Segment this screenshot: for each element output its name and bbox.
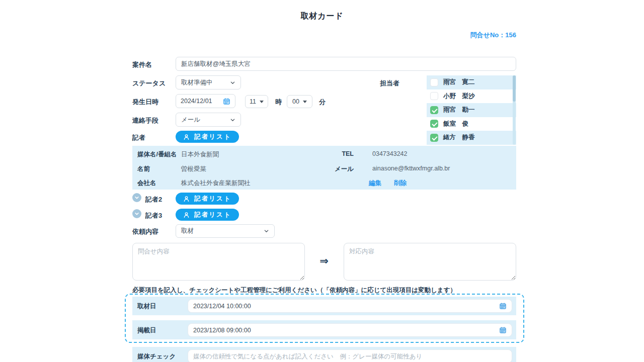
assignee-row[interactable]: 雨宮 寛二 xyxy=(427,75,516,89)
tel-label: TEL xyxy=(330,150,354,157)
reporter2-list-button[interactable]: 記者リスト xyxy=(176,193,239,205)
edit-link[interactable]: 編集 xyxy=(369,179,381,188)
interview-card-page: 取材カード 問合せNo：156 案件名 ステータス 取材準備中 担当者 雨宮 寛… xyxy=(0,0,644,362)
delete-link[interactable]: 削除 xyxy=(394,179,407,188)
occurred-date-input[interactable]: 2024/12/01 xyxy=(176,94,235,108)
media-name-value: 日本外食新聞 xyxy=(181,150,219,159)
assignee-row[interactable]: 飯室 俊 xyxy=(427,117,516,131)
inquiry-content-textarea[interactable] xyxy=(132,243,305,281)
caret-down-icon xyxy=(303,101,307,103)
assignee-name: 小野 梨沙 xyxy=(443,92,475,101)
assignee-row[interactable]: 雨宮 勘一 xyxy=(427,103,516,117)
publish-date-input[interactable]: 2023/12/08 09:00:00 xyxy=(188,323,512,337)
assignee-checkbox[interactable] xyxy=(430,78,438,86)
interview-date-input[interactable]: 2023/12/04 10:00:00 xyxy=(188,299,512,313)
chevron-down-icon xyxy=(264,228,269,234)
chevron-down-icon xyxy=(134,211,139,216)
contact-method-label: 連絡手段 xyxy=(132,116,158,125)
arrow-right-icon: ⇒ xyxy=(317,255,331,267)
publish-date-value: 2023/12/08 09:00:00 xyxy=(193,327,499,334)
publish-date-row: 掲載日 2023/12/08 09:00:00 xyxy=(132,320,516,339)
request-type-value: 取材 xyxy=(181,227,264,235)
request-type-select[interactable]: 取材 xyxy=(176,224,275,238)
caret-down-icon xyxy=(260,101,264,103)
assignee-row[interactable]: 緒方 静香 xyxy=(427,131,516,145)
case-name-label: 案件名 xyxy=(132,60,152,69)
person-icon xyxy=(183,212,190,218)
chevron-down-icon xyxy=(230,80,235,85)
interview-date-value: 2023/12/04 10:00:00 xyxy=(193,303,499,310)
contact-person-value: 曽根愛菜 xyxy=(181,165,206,173)
reporter3-collapse-toggle[interactable] xyxy=(132,209,141,218)
minute-suffix-label: 分 xyxy=(319,98,326,107)
reporter-list-button-label: 記者リスト xyxy=(194,133,231,141)
status-label: ステータス xyxy=(132,79,166,88)
occurred-minute-value: 00 xyxy=(292,98,299,105)
occurred-label: 発生日時 xyxy=(132,98,158,107)
interview-date-label: 取材日 xyxy=(137,302,156,311)
person-icon xyxy=(183,134,190,140)
reporter-list-button[interactable]: 記者リスト xyxy=(176,131,239,143)
assignee-checkbox[interactable] xyxy=(430,120,438,128)
assignee-row[interactable]: 小野 梨沙 xyxy=(427,89,516,104)
media-name-label: 媒体名/番組名 xyxy=(137,150,177,159)
assignee-scrollbar-track xyxy=(513,75,516,145)
media-info-panel: 媒体名/番組名 日本外食新聞 TEL 0347343242 名前 曽根愛菜 メー… xyxy=(132,146,516,190)
reporter2-label: 記者2 xyxy=(145,195,162,204)
occurred-hour-select[interactable]: 11 xyxy=(245,95,268,108)
company-label: 会社名 xyxy=(137,179,156,188)
contact-method-value: メール xyxy=(181,116,230,124)
reporter-label: 記者 xyxy=(132,133,145,142)
occurred-minute-select[interactable]: 00 xyxy=(287,95,312,108)
calendar-icon[interactable] xyxy=(499,302,507,310)
interview-date-row: 取材日 2023/12/04 10:00:00 xyxy=(132,297,516,315)
reporter3-label: 記者3 xyxy=(145,211,162,220)
person-icon xyxy=(183,196,190,202)
chevron-down-icon xyxy=(134,195,139,200)
assignee-checkbox[interactable] xyxy=(430,106,438,114)
reporter3-list-button-label: 記者リスト xyxy=(194,211,231,219)
reporter2-collapse-toggle[interactable] xyxy=(132,193,141,202)
assignee-list: 雨宮 寛二 小野 梨沙 雨宮 勘一 飯室 俊 緒方 静香 xyxy=(427,75,516,145)
request-type-label: 依頼内容 xyxy=(132,227,158,236)
assignee-name: 雨宮 寛二 xyxy=(443,78,475,86)
media-check-label: 媒体チェック xyxy=(137,352,176,361)
status-select[interactable]: 取材準備中 xyxy=(176,75,241,89)
chevron-down-icon xyxy=(230,117,235,123)
assignees-label: 担当者 xyxy=(380,79,399,88)
status-select-value: 取材準備中 xyxy=(181,78,230,87)
assignee-name: 緒方 静香 xyxy=(443,133,475,142)
assignee-name: 飯室 俊 xyxy=(443,120,468,128)
assignee-checkbox[interactable] xyxy=(430,92,438,100)
contact-method-select[interactable]: メール xyxy=(176,113,241,127)
mail-label: メール xyxy=(330,165,354,173)
calendar-icon[interactable] xyxy=(223,98,230,105)
assignee-scrollbar-thumb[interactable] xyxy=(513,75,516,102)
contact-person-label: 名前 xyxy=(137,165,150,173)
company-value: 株式会社外食産業新聞社 xyxy=(181,179,251,188)
media-check-row: 媒体チェック xyxy=(132,347,516,362)
reporter2-list-button-label: 記者リスト xyxy=(194,195,231,203)
inquiry-number: 問合せNo：156 xyxy=(470,31,516,40)
tel-value: 0347343242 xyxy=(372,150,408,157)
hour-suffix-label: 時 xyxy=(275,98,282,107)
mail-value: ainasone@fkttwxfmgr.alb.br xyxy=(372,165,450,172)
assignee-checkbox[interactable] xyxy=(430,134,438,142)
page-title: 取材カード xyxy=(0,11,644,22)
reporter3-list-button[interactable]: 記者リスト xyxy=(176,209,239,221)
publish-date-label: 掲載日 xyxy=(137,326,156,335)
occurred-date-value: 2024/12/01 xyxy=(181,98,223,105)
case-name-input[interactable] xyxy=(176,57,516,71)
occurred-hour-value: 11 xyxy=(250,98,256,105)
calendar-icon[interactable] xyxy=(499,326,507,334)
media-check-input[interactable] xyxy=(188,349,512,362)
assignee-name: 雨宮 勘一 xyxy=(443,106,475,114)
response-content-textarea[interactable] xyxy=(344,243,516,281)
